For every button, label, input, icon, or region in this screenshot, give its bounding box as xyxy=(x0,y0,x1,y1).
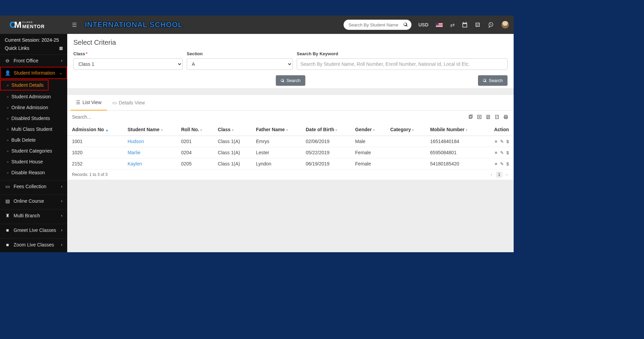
cell-mobile: 54180185420 xyxy=(425,158,482,170)
table-toolbar xyxy=(67,111,514,123)
menu-toggle-icon[interactable]: ☰ xyxy=(72,22,77,28)
sub-student-categories[interactable]: »Student Categories xyxy=(0,145,67,156)
sub-online-admission[interactable]: »Online Admission xyxy=(0,102,67,113)
search-button-right[interactable]: Search xyxy=(478,75,508,86)
col-gender[interactable]: Gender▾ xyxy=(350,123,385,136)
col-class[interactable]: Class▾ xyxy=(213,123,251,136)
section-field: Section A xyxy=(187,51,293,70)
calendar-icon[interactable] xyxy=(462,22,467,27)
sub-student-details[interactable]: »Student Details xyxy=(0,80,49,91)
search-icon[interactable] xyxy=(403,22,408,27)
chevron-left-icon: ‹ xyxy=(61,242,62,247)
csv-icon[interactable] xyxy=(485,114,491,120)
chevron-down-icon: ⌄ xyxy=(59,71,62,75)
quick-links[interactable]: Quick Links ▦ xyxy=(0,43,67,54)
class-field: Class* Class 1 xyxy=(73,51,183,70)
nav-zoom[interactable]: ■ Zoom Live Classes ‹ xyxy=(0,238,67,251)
sub-bulk-delete[interactable]: »Bulk Delete xyxy=(0,135,67,145)
keyword-field: Search By Keyword xyxy=(297,51,508,70)
task-check-icon[interactable] xyxy=(475,22,480,27)
tab-list-view[interactable]: ☰ List View xyxy=(71,95,107,111)
pager-prev[interactable]: ‹ xyxy=(491,172,492,177)
nav-student-information[interactable]: 👤 Student Information ⌄ xyxy=(0,67,67,79)
col-dob[interactable]: Date of Birth▾ xyxy=(301,123,350,136)
print-icon[interactable] xyxy=(503,114,509,120)
sub-disable-reason[interactable]: »Disable Reason xyxy=(0,167,67,178)
cell-roll: 0204 xyxy=(176,147,213,158)
results-panel: ☰ List View ▭ Details View xyxy=(67,95,514,180)
user-plus-icon: 👤 xyxy=(5,70,10,76)
col-mobile[interactable]: Mobile Number▾ xyxy=(425,123,482,136)
col-father[interactable]: Father Name▾ xyxy=(251,123,301,136)
cell-mobile: 6595084801 xyxy=(425,147,482,158)
edit-icon[interactable]: ✎ xyxy=(500,139,504,144)
edit-icon[interactable]: ✎ xyxy=(500,150,504,155)
col-action: Action xyxy=(482,123,514,136)
col-category[interactable]: Category▾ xyxy=(386,123,426,136)
edit-icon[interactable]: ✎ xyxy=(500,161,504,166)
logo[interactable]: CM CLASSMENTOR xyxy=(0,16,67,34)
whatsapp-icon[interactable] xyxy=(488,22,494,28)
excel-icon[interactable] xyxy=(476,114,482,120)
fee-icon[interactable]: $ xyxy=(507,139,509,144)
fee-icon[interactable]: $ xyxy=(507,150,509,155)
cell-name-link[interactable]: Hudson xyxy=(123,136,177,147)
nav-gmeet[interactable]: ■ Gmeet Live Classes ‹ xyxy=(0,224,67,236)
double-chevron-icon: » xyxy=(7,171,9,175)
col-name[interactable]: Student Name▾ xyxy=(123,123,177,136)
table-search-input[interactable] xyxy=(72,114,140,120)
sub-multi-class[interactable]: »Multi Class Student xyxy=(0,124,67,135)
menu-icon[interactable]: ≡ xyxy=(495,139,497,144)
nav-multi-branch[interactable]: ♜ Multi Branch ‹ xyxy=(0,209,67,222)
tab-details-view[interactable]: ▭ Details View xyxy=(107,95,150,110)
tabs: ☰ List View ▭ Details View xyxy=(67,95,514,111)
class-label: Class* xyxy=(73,51,183,56)
currency-selector[interactable]: USD xyxy=(418,22,428,27)
chevron-left-icon: ‹ xyxy=(61,184,62,189)
fee-icon[interactable]: $ xyxy=(507,161,509,166)
cell-name-link[interactable]: Kaylen xyxy=(123,158,177,170)
table-row: 1020Marlie0204Class 1(A)Lester05/22/2019… xyxy=(67,147,514,158)
search-button-center[interactable]: Search xyxy=(276,75,305,86)
global-search-input[interactable] xyxy=(348,22,403,27)
user-avatar[interactable] xyxy=(501,21,509,28)
global-search[interactable] xyxy=(344,20,411,30)
cell-category xyxy=(386,158,426,170)
section-select[interactable]: A xyxy=(187,58,293,70)
menu-icon[interactable]: ≡ xyxy=(495,150,497,155)
swap-icon[interactable]: ⇄ xyxy=(450,22,455,28)
flag-us-icon[interactable] xyxy=(436,23,443,27)
chevron-left-icon: ‹ xyxy=(61,199,62,203)
cell-name-link[interactable]: Marlie xyxy=(123,147,177,158)
sitemap-icon: ♜ xyxy=(5,213,10,218)
double-chevron-icon: » xyxy=(7,117,9,120)
topbar: CM CLASSMENTOR ☰ INTERNATIONAL SCHOOL US… xyxy=(0,16,514,34)
cell-class: Class 1(A) xyxy=(213,147,251,158)
keyword-input[interactable] xyxy=(297,58,508,70)
nav-online-course[interactable]: ▤ Online Course ‹ xyxy=(0,195,67,207)
criteria-title: Select Criteria xyxy=(67,34,514,49)
sub-disabled-students[interactable]: »Disabled Students xyxy=(0,113,67,124)
school-name: INTERNATIONAL SCHOOL xyxy=(85,20,183,29)
pdf-icon[interactable] xyxy=(494,114,500,120)
col-roll[interactable]: Roll No.▾ xyxy=(176,123,213,136)
nav-fees-collection[interactable]: ▭ Fees Collection ‹ xyxy=(0,180,67,193)
col-admission[interactable]: Admission No▲ xyxy=(67,123,123,136)
double-chevron-icon: » xyxy=(7,83,9,87)
sub-student-admission[interactable]: »Student Admission xyxy=(0,91,67,102)
double-chevron-icon: » xyxy=(7,138,9,142)
nav-front-office[interactable]: ⊖ Front Office ‹ xyxy=(0,54,67,67)
table-row: 1001Hudson0201Class 1(A)Emrys02/06/2019M… xyxy=(67,136,514,147)
class-select[interactable]: Class 1 xyxy=(73,58,183,70)
sub-student-house[interactable]: »Student House xyxy=(0,156,67,167)
double-chevron-icon: » xyxy=(7,149,9,153)
cell-admission: 1020 xyxy=(67,147,123,158)
copy-icon[interactable] xyxy=(467,114,474,120)
pager-next[interactable]: › xyxy=(506,172,508,177)
menu-icon[interactable]: ≡ xyxy=(495,161,497,166)
cell-roll: 0201 xyxy=(176,136,213,147)
money-icon: ▭ xyxy=(5,184,10,189)
cell-admission: 2152 xyxy=(67,158,123,170)
pager-current[interactable]: 1 xyxy=(496,172,502,178)
double-chevron-icon: » xyxy=(7,106,9,109)
